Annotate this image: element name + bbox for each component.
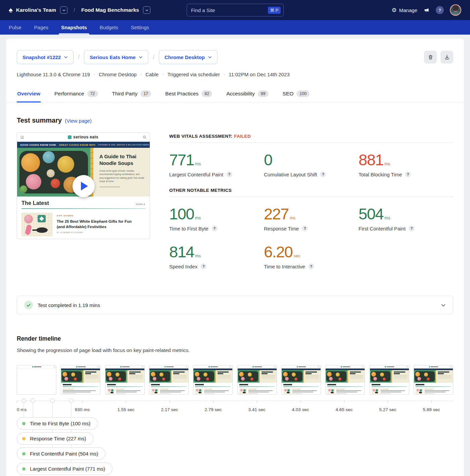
filmstrip-frame[interactable]	[105, 365, 145, 395]
section-title: Test summary	[17, 117, 62, 124]
check-icon	[27, 303, 31, 307]
meta-separator: ·	[162, 72, 163, 77]
report-tabs: OverviewPerformance72Third Party17Best P…	[6, 86, 464, 102]
team-name[interactable]: Karolina's Team	[16, 7, 56, 13]
search-icon	[143, 135, 146, 139]
banner-text: GOOD COOKS KNOW HOW.	[20, 143, 56, 146]
tab-accessibility[interactable]: Accessibility89	[226, 86, 269, 102]
page-selector[interactable]: Serious Eats Home	[84, 50, 148, 64]
help-icon[interactable]: ?	[302, 225, 308, 231]
metric: 504msFirst Contentful Paint?	[359, 206, 453, 231]
tab-overview[interactable]: Overview	[17, 86, 41, 102]
axis-tick	[300, 400, 301, 403]
tab-seo[interactable]: SEO100	[282, 86, 310, 102]
metric-unit: ms	[290, 215, 295, 220]
meta-separator: ·	[224, 72, 225, 77]
metric-label: Total Blocking Time?	[359, 171, 453, 177]
axis-tick-label: 5.89 sec	[423, 407, 440, 412]
other-metrics-grid: 100msTime to First Byte?227msResponse Ti…	[169, 206, 453, 269]
marker-dot	[22, 452, 26, 456]
nav-item-snapshots[interactable]: Snapshots	[61, 20, 87, 35]
meta-item: Cable	[145, 72, 158, 77]
megaphone-icon	[423, 7, 430, 13]
thumb-site-header: serious eats	[17, 133, 150, 142]
expand-details-button[interactable]	[441, 303, 446, 308]
manage-button[interactable]: ⚙ Manage	[392, 7, 417, 13]
metric: 814msSpeed Index?	[169, 244, 264, 269]
tab-performance[interactable]: Performance72	[54, 86, 98, 102]
help-icon[interactable]: ?	[211, 225, 218, 231]
announcements-button[interactable]	[423, 7, 430, 13]
metric-unit: ms	[195, 215, 201, 220]
play-button[interactable]	[73, 175, 95, 197]
tab-third-party[interactable]: Third Party17	[112, 86, 152, 102]
project-name[interactable]: Food Mag Benchmarks	[81, 7, 139, 13]
web-vitals-status: FAILED	[234, 134, 251, 139]
test-completed-bar[interactable]: Test completed in 1.19 mins	[17, 296, 453, 314]
chevron-down-icon	[62, 8, 66, 12]
axis-tick	[17, 400, 17, 403]
meta-item: Lighthouse 11.3.0 & Chrome 119	[17, 72, 90, 77]
timeline-marker	[31, 398, 35, 403]
help-icon[interactable]: ?	[405, 171, 411, 177]
axis-tick-label: 3.41 sec	[248, 407, 265, 412]
nav-item-pages[interactable]: Pages	[34, 20, 49, 35]
summary-row: serious eats GOOD COOKS KNOW HOW. GREAT …	[17, 132, 453, 269]
filmstrip-frame[interactable]	[61, 365, 100, 395]
article-title: The 25 Best White Elephant Gifts for Fun…	[57, 219, 141, 229]
tab-score-badge: 89	[258, 90, 269, 97]
help-icon[interactable]: ?	[409, 225, 415, 231]
axis-tick	[431, 400, 432, 403]
help-icon[interactable]: ?	[308, 263, 314, 269]
tab-best-practices[interactable]: Best Practices82	[165, 86, 213, 102]
filmstrip-frame[interactable]	[325, 365, 365, 395]
banner-text: FOUNDED IN 2006, SERVING 8 MILLION FOOD …	[98, 144, 150, 146]
axis-tick-label: 2.79 sec	[204, 407, 222, 412]
nav-item-pulse[interactable]: Pulse	[9, 20, 21, 35]
axis-tick-label: 4.03 sec	[292, 407, 309, 412]
filmstrip-frame[interactable]	[149, 365, 189, 395]
project-dropdown[interactable]	[143, 6, 150, 14]
help-icon[interactable]: ?	[320, 171, 326, 177]
help-button[interactable]: ?	[436, 6, 444, 14]
metric-unit: ms	[384, 215, 390, 220]
filmstrip-frame[interactable]	[237, 365, 277, 395]
metric-label: Largest Contentful Paint?	[169, 171, 264, 177]
filmstrip-frame[interactable]	[17, 365, 56, 395]
nav-item-settings[interactable]: Settings	[131, 20, 149, 35]
filmstrip-frame[interactable]	[281, 365, 321, 395]
help-icon[interactable]: ?	[200, 263, 206, 269]
team-dropdown[interactable]	[60, 6, 67, 14]
metric-marker-pills: Time to First Byte (100 ms)Response Time…	[17, 417, 112, 475]
metric-value: 6.20sec	[264, 244, 359, 260]
page-video-thumbnail[interactable]: serious eats GOOD COOKS KNOW HOW. GREAT …	[17, 132, 150, 239]
delete-snapshot-button[interactable]	[424, 51, 437, 63]
snapshot-selector[interactable]: Snapshot #1222	[17, 50, 74, 64]
axis-tick	[388, 400, 388, 403]
search-input[interactable]	[191, 7, 265, 13]
snapshot-actions	[424, 51, 453, 63]
nav-item-budgets[interactable]: Budgets	[100, 20, 118, 35]
view-page-link[interactable]: (View page)	[65, 118, 92, 124]
user-avatar[interactable]	[450, 4, 461, 16]
metric-label: First Contentful Paint?	[359, 225, 453, 231]
filmstrip-frame[interactable]	[414, 365, 453, 395]
site-logo-icon	[68, 135, 72, 139]
filmstrip	[17, 365, 453, 395]
profile-selector[interactable]: Chrome Desktop	[159, 50, 218, 64]
meta-item: Chrome Desktop	[99, 72, 137, 77]
download-snapshot-button[interactable]	[440, 51, 453, 63]
filmstrip-frame[interactable]	[193, 365, 233, 395]
timeline-axis: Time to First Byte (100 ms)Response Time…	[17, 400, 453, 476]
divider	[169, 197, 453, 197]
filmstrip-frame[interactable]	[370, 365, 409, 395]
help-icon[interactable]: ?	[226, 171, 232, 177]
thumb-latest-section: The Latest MORE ⊕ GIFT GUIDES The 25 Bes…	[17, 197, 150, 236]
axis-tick	[213, 400, 214, 403]
tab-score-badge: 72	[87, 90, 98, 97]
axis-tick	[170, 400, 170, 403]
chevron-down-icon	[441, 303, 446, 308]
breadcrumb-separator: /	[74, 7, 75, 13]
metric-label: Time to First Byte?	[169, 225, 264, 231]
site-search[interactable]: ⌘ P	[187, 4, 284, 16]
